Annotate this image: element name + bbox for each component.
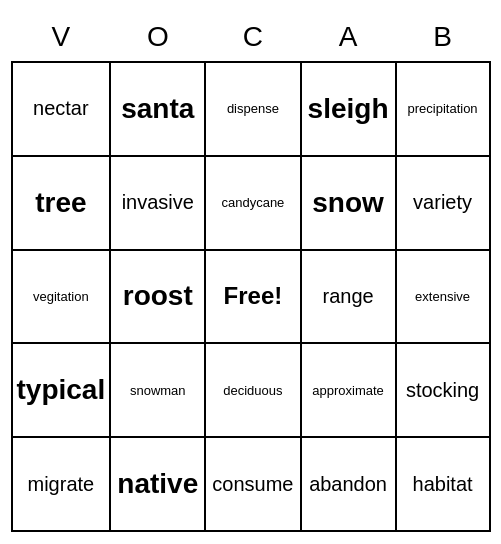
cell-r4-c0: migrate [12,437,111,531]
cell-text: snowman [115,383,200,398]
cell-text: nectar [17,97,106,120]
cell-r4-c2: consume [205,437,300,531]
cell-text: stocking [401,379,485,402]
cell-r3-c4: stocking [396,343,490,437]
cell-text: Free! [210,282,295,310]
cell-text: dispense [210,101,295,116]
cell-r2-c3: range [301,250,396,344]
cell-r3-c2: deciduous [205,343,300,437]
cell-text: approximate [306,383,391,398]
cell-text: sleigh [306,93,391,125]
cell-text: deciduous [210,383,295,398]
cell-r2-c1: roost [110,250,205,344]
cell-r2-c4: extensive [396,250,490,344]
header-c: C [205,12,300,62]
header-b: B [396,12,490,62]
cell-r1-c4: variety [396,156,490,250]
cell-r0-c3: sleigh [301,62,396,156]
cell-text: range [306,285,391,308]
cell-r1-c1: invasive [110,156,205,250]
cell-text: extensive [401,289,485,304]
cell-r1-c0: tree [12,156,111,250]
cell-text: migrate [17,473,106,496]
cell-text: variety [401,191,485,214]
table-row: vegitationroostFree!rangeextensive [12,250,490,344]
cell-text: snow [306,187,391,219]
cell-r3-c0: typical [12,343,111,437]
cell-r2-c0: vegitation [12,250,111,344]
cell-text: precipitation [401,101,485,116]
cell-text: candycane [210,195,295,210]
cell-text: habitat [401,473,485,496]
cell-text: abandon [306,473,391,496]
cell-r0-c1: santa [110,62,205,156]
table-row: typicalsnowmandeciduousapproximatestocki… [12,343,490,437]
cell-r4-c1: native [110,437,205,531]
cell-r0-c2: dispense [205,62,300,156]
cell-r2-c2: Free! [205,250,300,344]
cell-r1-c3: snow [301,156,396,250]
cell-r1-c2: candycane [205,156,300,250]
cell-text: santa [115,93,200,125]
cell-r4-c4: habitat [396,437,490,531]
header-v: V [12,12,111,62]
table-row: nectarsantadispensesleighprecipitation [12,62,490,156]
cell-text: roost [115,280,200,312]
cell-text: vegitation [17,289,106,304]
cell-r3-c1: snowman [110,343,205,437]
bingo-card: VOCAB nectarsantadispensesleighprecipita… [11,12,491,532]
cell-text: typical [17,374,106,406]
table-row: migratenativeconsumeabandonhabitat [12,437,490,531]
cell-r3-c3: approximate [301,343,396,437]
header-a: A [301,12,396,62]
cell-r0-c4: precipitation [396,62,490,156]
cell-text: consume [210,473,295,496]
header-o: O [110,12,205,62]
cell-r0-c0: nectar [12,62,111,156]
cell-text: invasive [115,191,200,214]
cell-text: native [115,468,200,500]
cell-text: tree [17,187,106,219]
cell-r4-c3: abandon [301,437,396,531]
table-row: treeinvasivecandycanesnowvariety [12,156,490,250]
bingo-table: VOCAB nectarsantadispensesleighprecipita… [11,12,491,532]
